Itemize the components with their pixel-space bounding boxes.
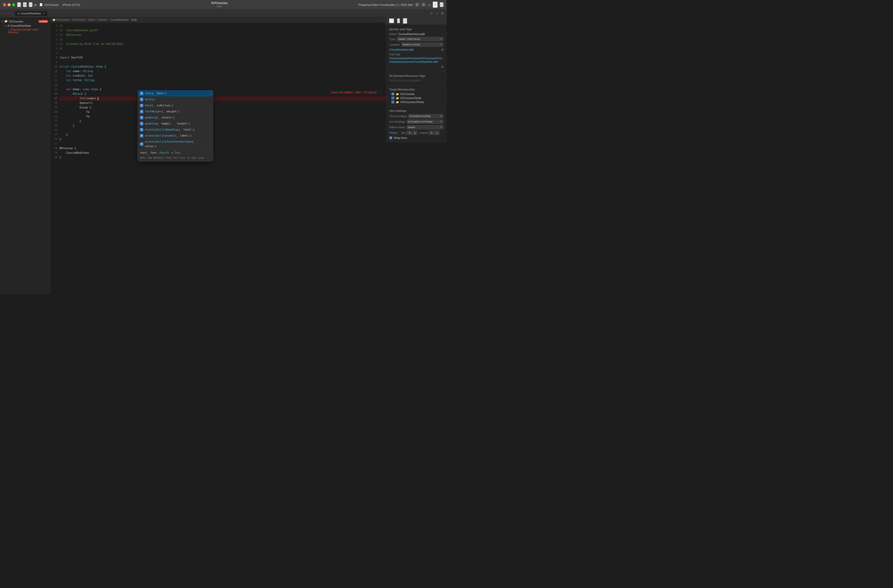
wrap-lines-checkbox[interactable] <box>389 136 392 139</box>
code-line-25: } <box>59 132 386 137</box>
ac-badge-padding-edges: M <box>140 122 143 125</box>
ln-27: 27 <box>51 141 57 146</box>
minimize-button[interactable] <box>8 3 11 6</box>
code-container[interactable]: 1 2 3 4 5 6 7 8 9 10 11 12 13 14 15 16 1 <box>50 23 386 294</box>
ac-item-padding-insets[interactable]: M padding(_ insets:) › <box>138 114 213 121</box>
line-endings-select[interactable]: No Explicit Line Endings ▼ <box>407 120 443 124</box>
breadcrumb-item-3[interactable]: Views <box>88 18 95 21</box>
swift-file-icon: ◈ <box>17 12 19 15</box>
line-endings-row: Line Endings No Explicit Line Endings ▼ <box>386 119 446 125</box>
hierarchy-btn[interactable]: ⊟ <box>29 2 33 7</box>
ln-17: 17 <box>51 96 57 101</box>
target-gvcourses-checkbox[interactable] <box>391 92 394 95</box>
back-button[interactable]: ‹ <box>2 11 5 15</box>
titlebar: ⊡ ⊞ ⊟ ▶ 📄 GVCourses › iPhone 15 Pro GVCo… <box>0 0 446 10</box>
sidebar: ▾ 📁 GVCourses 1 issue ▾ ◈ CourseRowView … <box>0 17 50 294</box>
bc-nav-prev[interactable]: ‹ <box>378 18 381 21</box>
ln-23: 23 <box>51 123 57 128</box>
scheme-selector[interactable]: 📄 GVCourses › iPhone 15 Pro <box>39 3 80 6</box>
text-settings-section: Text Settings Text Encoding No Explicit … <box>386 106 446 142</box>
bc-sep-3: › <box>96 18 97 21</box>
target-gvcoursestests[interactable]: 📁 GVCoursesTests <box>386 96 446 100</box>
widths-label: Widths <box>389 131 398 134</box>
ac-item-fontweight[interactable]: M fontWeight(_ weight:) › <box>138 108 213 114</box>
breadcrumb-item-5[interactable]: CourseRowView <box>110 18 129 21</box>
ac-item-bold-active[interactable]: M bold(_ isActive:) › <box>138 102 213 108</box>
inspector-btn[interactable]: ⊞ <box>440 11 445 15</box>
breadcrumb-item-1[interactable]: GVCourses <box>56 18 69 21</box>
ac-item-padding-edges[interactable]: M padding(_ edges: _ length:) › <box>138 121 213 127</box>
ac-item-bold[interactable]: M bold() <box>138 96 213 102</box>
source-control-btn[interactable]: ⊞ <box>23 2 27 7</box>
type-select[interactable]: Default - Swift Source ▼ <box>397 37 443 41</box>
quick-help-btn[interactable]: ? <box>397 18 400 23</box>
ac-badge-padding-insets: M <box>140 116 143 119</box>
close-button[interactable] <box>3 3 6 6</box>
code-line-30: } <box>59 155 386 160</box>
code-line-4: // <box>59 37 386 42</box>
code-line-10: struct CourseRowView: View { <box>59 65 386 69</box>
fullpath-reveal-icon[interactable]: ⊞ <box>441 65 443 69</box>
breadcrumb-gvcourses-root[interactable]: 📁 <box>53 18 56 21</box>
bc-nav-next[interactable]: › <box>381 18 384 21</box>
project-disclosure-arrow: ▾ <box>2 20 3 23</box>
sidebar-file-item[interactable]: ▾ ◈ CourseRowView <box>0 23 50 28</box>
sidebar-project-item[interactable]: ▾ 📁 GVCourses 1 issue <box>0 19 50 23</box>
ln-22: 22 <box>51 119 57 123</box>
forward-button[interactable]: › <box>6 11 10 15</box>
tab-close-icon[interactable]: × <box>43 12 45 15</box>
scheme-name: GVCourses <box>44 3 59 6</box>
autocomplete-popup[interactable]: M font(_ font:) › M bold() M bold(_ isAc… <box>138 90 213 161</box>
breadcrumb-item-4[interactable]: Courses <box>98 18 107 21</box>
code-line-12: let credits: Int <box>59 74 386 78</box>
target-gvcourses[interactable]: 📁 GVCourses <box>386 92 446 96</box>
ac-text-bold: bold() <box>145 97 211 102</box>
error-label: Expected member name following '.' <box>8 28 39 34</box>
code-line-26: } <box>59 137 386 141</box>
indent-stepper-up[interactable]: ▲ <box>434 131 439 135</box>
widths-row: Widths Tab 4 ▲ Indent 4 ▲ <box>386 130 446 135</box>
breadcrumb-item-6[interactable]: body <box>132 18 137 21</box>
code-line-8: import SwiftUI <box>59 56 386 60</box>
tab-stepper-up[interactable]: ▲ <box>412 131 417 135</box>
code-content[interactable]: // // CourseRowView.swift // GVCourses /… <box>59 23 386 294</box>
thread-badge: 1 <box>421 3 426 6</box>
on-demand-placeholder-row: Only resources are taggable <box>386 78 446 83</box>
target-gvcoursestests-checkbox[interactable] <box>391 96 394 99</box>
ac-footer: font(_ font: Font?) -> Text Sets the def… <box>138 149 213 161</box>
encoding-select[interactable]: No Explicit Encoding ▼ <box>408 114 443 118</box>
ac-item-acc-content[interactable]: M accessibilityTextContentType(_ value:)… <box>138 139 213 149</box>
target-gvcoursesuitests-checkbox[interactable] <box>391 101 394 104</box>
split-view-btn[interactable]: ⊟ <box>440 2 443 7</box>
location-select[interactable]: Relative to Group ▼ <box>401 42 443 47</box>
ln-1: 1 <box>51 24 57 28</box>
maximize-button[interactable] <box>12 3 15 6</box>
target-gvcoursesuitests[interactable]: 📁 GVCoursesUITests <box>386 100 446 104</box>
ac-item-acc-label[interactable]: M accessibilityLabel(_ label:) › <box>138 133 213 139</box>
ac-item-acc-heading[interactable]: M accessibilityHeading(_ level:) › <box>138 127 213 133</box>
indent-stepper[interactable]: 4 ▲ <box>428 131 440 135</box>
build-status: Preparing Editor Functionality | 1 / 801… <box>359 3 413 6</box>
wrap-lines-row[interactable]: Wrap lines <box>386 135 446 140</box>
file-inspector-btn[interactable]: 📄 <box>389 18 394 23</box>
file-reveal-icon[interactable]: ⊞ <box>441 48 443 51</box>
ln-29: 29 <box>51 150 57 155</box>
ln-8: 8 <box>51 56 57 60</box>
sidebar-error-item[interactable]: ⚠ Expected member name following '.' <box>0 28 50 34</box>
indent-using-select-arrow: ▼ <box>440 126 442 128</box>
indent-using-select[interactable]: Spaces ▼ <box>406 125 443 129</box>
run-button[interactable]: ▶ <box>35 3 37 7</box>
breadcrumb-item-2[interactable]: GVCourses <box>72 18 86 21</box>
jump-bar-btn[interactable]: ⇌ <box>429 11 434 15</box>
lines-btn[interactable]: ≡ <box>435 11 439 15</box>
ac-item-font[interactable]: M font(_ font:) › <box>138 90 213 96</box>
tab-stepper[interactable]: 4 ▲ <box>406 131 418 135</box>
fullpath-value: /Users/macbook/Documents/GVCourses/GVCou… <box>386 57 446 65</box>
ln-19: 19 <box>51 105 57 110</box>
tab-courserowview[interactable]: ◈ CourseRowView × <box>15 11 48 16</box>
identity-type-section: Identity and Type Name CourseRowView.swi… <box>386 25 446 71</box>
indent-num-label: Indent <box>419 131 427 134</box>
sidebar-toggle-btn[interactable]: ⊡ <box>17 2 21 7</box>
help-btn[interactable]: ⓘ <box>403 18 407 24</box>
add-button[interactable]: ＋ <box>433 2 437 8</box>
